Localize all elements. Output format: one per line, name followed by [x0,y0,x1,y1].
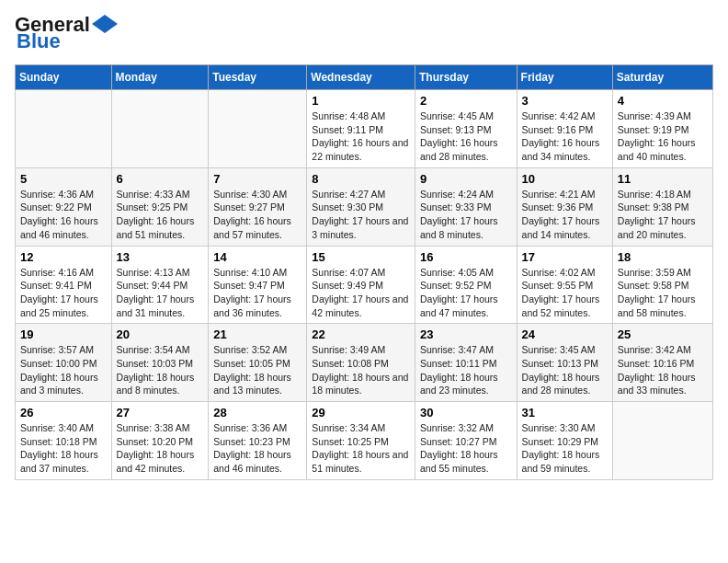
calendar-cell: 11Sunrise: 4:18 AM Sunset: 9:38 PM Dayli… [612,167,712,246]
day-info: Sunrise: 4:33 AM Sunset: 9:25 PM Dayligh… [117,188,204,242]
day-info: Sunrise: 4:21 AM Sunset: 9:36 PM Dayligh… [522,188,608,242]
calendar-cell: 4Sunrise: 4:39 AM Sunset: 9:19 PM Daylig… [612,90,712,168]
calendar-cell: 24Sunrise: 3:45 AM Sunset: 10:13 PM Dayl… [517,324,612,402]
day-number: 21 [213,327,301,341]
day-number: 7 [213,172,301,186]
day-number: 24 [522,327,608,341]
day-info: Sunrise: 3:57 AM Sunset: 10:00 PM Daylig… [20,343,107,397]
day-info: Sunrise: 4:42 AM Sunset: 9:16 PM Dayligh… [522,109,608,164]
day-info: Sunrise: 4:05 AM Sunset: 9:52 PM Dayligh… [420,266,512,320]
logo-blue: Blue [17,29,61,53]
day-number: 13 [117,250,204,264]
day-number: 10 [522,172,608,186]
day-info: Sunrise: 3:42 AM Sunset: 10:16 PM Daylig… [618,343,708,397]
col-header-tuesday: Tuesday [209,65,307,90]
calendar-cell: 23Sunrise: 3:47 AM Sunset: 10:11 PM Dayl… [415,324,517,402]
calendar-week-row: 1Sunrise: 4:48 AM Sunset: 9:11 PM Daylig… [16,90,713,168]
calendar-header-row: SundayMondayTuesdayWednesdayThursdayFrid… [16,65,713,90]
col-header-thursday: Thursday [415,65,517,90]
calendar-week-row: 19Sunrise: 3:57 AM Sunset: 10:00 PM Dayl… [16,324,713,402]
day-number: 11 [618,172,708,186]
calendar-cell: 5Sunrise: 4:36 AM Sunset: 9:22 PM Daylig… [16,167,112,246]
day-number: 23 [420,327,512,341]
day-info: Sunrise: 3:30 AM Sunset: 10:29 PM Daylig… [522,421,608,476]
calendar-cell: 15Sunrise: 4:07 AM Sunset: 9:49 PM Dayli… [307,246,415,324]
calendar-cell: 18Sunrise: 3:59 AM Sunset: 9:58 PM Dayli… [612,246,712,324]
calendar-cell: 25Sunrise: 3:42 AM Sunset: 10:16 PM Dayl… [612,324,712,402]
calendar-cell: 28Sunrise: 3:36 AM Sunset: 10:23 PM Dayl… [209,402,307,480]
calendar-cell: 6Sunrise: 4:33 AM Sunset: 9:25 PM Daylig… [111,167,209,246]
day-info: Sunrise: 4:02 AM Sunset: 9:55 PM Dayligh… [522,266,608,320]
day-number: 5 [20,172,107,186]
svg-marker-0 [92,15,118,33]
col-header-sunday: Sunday [16,65,112,90]
calendar-cell [16,90,112,168]
day-info: Sunrise: 3:40 AM Sunset: 10:18 PM Daylig… [20,421,107,476]
day-info: Sunrise: 3:52 AM Sunset: 10:05 PM Daylig… [213,343,301,397]
day-info: Sunrise: 4:39 AM Sunset: 9:19 PM Dayligh… [618,109,708,164]
day-info: Sunrise: 4:30 AM Sunset: 9:27 PM Dayligh… [213,188,301,242]
day-info: Sunrise: 3:59 AM Sunset: 9:58 PM Dayligh… [618,266,708,320]
calendar-cell: 8Sunrise: 4:27 AM Sunset: 9:30 PM Daylig… [307,167,415,246]
calendar-cell [209,90,307,168]
calendar-cell: 10Sunrise: 4:21 AM Sunset: 9:36 PM Dayli… [517,167,612,246]
logo-arrow-icon [92,15,118,33]
calendar-cell [111,90,209,168]
logo: General Blue [15,15,118,53]
day-number: 9 [420,172,512,186]
calendar-cell: 19Sunrise: 3:57 AM Sunset: 10:00 PM Dayl… [16,324,112,402]
day-number: 15 [312,250,410,264]
day-number: 1 [312,94,410,108]
day-number: 12 [20,250,107,264]
calendar-table: SundayMondayTuesdayWednesdayThursdayFrid… [15,64,713,480]
day-info: Sunrise: 3:34 AM Sunset: 10:25 PM Daylig… [312,421,410,476]
calendar-cell: 27Sunrise: 3:38 AM Sunset: 10:20 PM Dayl… [111,402,209,480]
day-number: 3 [522,94,608,108]
calendar-cell: 16Sunrise: 4:05 AM Sunset: 9:52 PM Dayli… [415,246,517,324]
day-number: 20 [117,327,204,341]
header: General Blue [15,15,713,53]
calendar-cell: 9Sunrise: 4:24 AM Sunset: 9:33 PM Daylig… [415,167,517,246]
calendar-cell: 31Sunrise: 3:30 AM Sunset: 10:29 PM Dayl… [517,402,612,480]
day-info: Sunrise: 4:16 AM Sunset: 9:41 PM Dayligh… [20,266,107,320]
calendar-cell: 29Sunrise: 3:34 AM Sunset: 10:25 PM Dayl… [307,402,415,480]
col-header-monday: Monday [111,65,209,90]
day-info: Sunrise: 4:24 AM Sunset: 9:33 PM Dayligh… [420,188,512,242]
col-header-saturday: Saturday [612,65,712,90]
calendar-cell: 20Sunrise: 3:54 AM Sunset: 10:03 PM Dayl… [111,324,209,402]
day-number: 31 [522,406,608,419]
col-header-wednesday: Wednesday [307,65,415,90]
day-number: 2 [420,94,512,108]
day-info: Sunrise: 4:48 AM Sunset: 9:11 PM Dayligh… [312,109,410,164]
day-number: 14 [213,250,301,264]
calendar-cell [612,402,712,480]
calendar-cell: 3Sunrise: 4:42 AM Sunset: 9:16 PM Daylig… [517,90,612,168]
calendar-week-row: 5Sunrise: 4:36 AM Sunset: 9:22 PM Daylig… [16,167,713,246]
col-header-friday: Friday [517,65,612,90]
calendar-week-row: 26Sunrise: 3:40 AM Sunset: 10:18 PM Dayl… [16,402,713,480]
day-info: Sunrise: 4:13 AM Sunset: 9:44 PM Dayligh… [117,266,204,320]
day-info: Sunrise: 4:36 AM Sunset: 9:22 PM Dayligh… [20,188,107,242]
day-number: 6 [117,172,204,186]
day-info: Sunrise: 4:18 AM Sunset: 9:38 PM Dayligh… [618,188,708,242]
day-info: Sunrise: 4:10 AM Sunset: 9:47 PM Dayligh… [213,266,301,320]
calendar-cell: 12Sunrise: 4:16 AM Sunset: 9:41 PM Dayli… [16,246,112,324]
day-info: Sunrise: 3:47 AM Sunset: 10:11 PM Daylig… [420,343,512,397]
day-info: Sunrise: 3:32 AM Sunset: 10:27 PM Daylig… [420,421,512,476]
day-number: 19 [20,327,107,341]
calendar-week-row: 12Sunrise: 4:16 AM Sunset: 9:41 PM Dayli… [16,246,713,324]
day-number: 22 [312,327,410,341]
day-info: Sunrise: 3:49 AM Sunset: 10:08 PM Daylig… [312,343,410,397]
day-number: 16 [420,250,512,264]
day-info: Sunrise: 4:27 AM Sunset: 9:30 PM Dayligh… [312,188,410,242]
day-number: 18 [618,250,708,264]
day-number: 29 [312,406,410,419]
day-number: 26 [20,406,107,419]
day-info: Sunrise: 3:45 AM Sunset: 10:13 PM Daylig… [522,343,608,397]
day-info: Sunrise: 4:45 AM Sunset: 9:13 PM Dayligh… [420,109,512,164]
calendar-cell: 22Sunrise: 3:49 AM Sunset: 10:08 PM Dayl… [307,324,415,402]
day-number: 25 [618,327,708,341]
day-info: Sunrise: 3:38 AM Sunset: 10:20 PM Daylig… [117,421,204,476]
calendar-cell: 17Sunrise: 4:02 AM Sunset: 9:55 PM Dayli… [517,246,612,324]
day-number: 17 [522,250,608,264]
